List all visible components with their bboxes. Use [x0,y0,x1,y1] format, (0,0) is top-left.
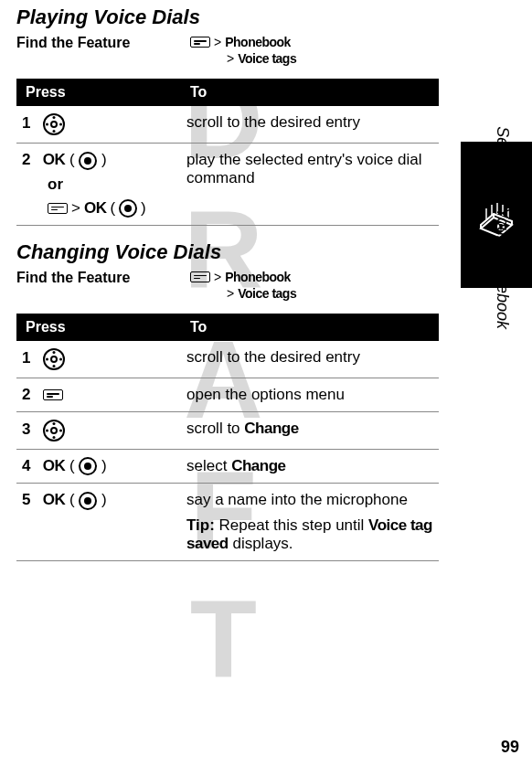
table-row: 4 OK ( ) select Change [16,449,439,484]
step-number: 3 [22,420,38,439]
paren-close: ) [101,151,107,168]
nav-ring-icon [43,420,65,442]
table-row: 2 open the options menu [16,378,439,411]
col-press: Press [16,79,181,106]
path-phonebook: Phonebook [225,270,291,284]
ok-label: OK [43,457,66,474]
paren-close: ) [141,199,146,218]
paren-open: ( [69,457,75,474]
step-number: 4 [22,457,38,475]
center-button-icon [79,492,97,510]
gt-sep: > [227,51,234,66]
step-number: 1 [22,114,38,133]
page-number: 99 [501,738,519,757]
section-title-changing: Changing Voice Dials [16,240,439,264]
menu-icon [48,203,68,214]
tip-label: Tip: [186,516,215,534]
gt-sep: > [71,199,80,218]
menu-icon [43,389,63,400]
ok-label: OK [43,151,66,168]
path-voice-tags: Voice tags [238,286,296,301]
step-number: 2 [22,151,38,169]
center-button-icon [119,199,137,218]
col-to: To [181,314,439,341]
step-description: scroll to the desired entry [181,341,439,378]
table-row: 2 OK ( ) or > OK ( ) play the select [16,144,439,226]
ok-label: OK [43,491,66,508]
gt-sep: > [214,35,221,49]
nav-ring-icon [43,348,65,370]
menu-icon [190,271,210,282]
step-description: say a name into the microphone Tip: Repe… [181,484,439,561]
gt-sep: > [227,286,234,301]
col-to: To [181,79,439,106]
center-button-icon [79,152,97,170]
step-description: scroll to the desired entry [181,106,439,144]
steps-table-changing: Press To 1 scroll to the desired entry 2… [16,314,439,562]
table-row: 1 scroll to the desired entry [16,106,439,144]
or-label: or [48,176,176,194]
paren-open: ( [110,199,115,218]
section-title-playing: Playing Voice Dials [16,5,439,29]
find-feature-label: Find the Feature [16,270,190,286]
path-voice-tags: Voice tags [238,51,296,66]
step-description: scroll to Change [181,411,439,449]
feature-path: > Phonebook > Voice tags [190,270,296,303]
col-press: Press [16,314,181,341]
paren-close: ) [101,491,107,508]
find-feature-changing: Find the Feature > Phonebook > Voice tag… [16,270,439,303]
table-row: 1 scroll to the desired entry [16,341,439,378]
step-number: 5 [22,491,38,509]
table-row: 3 scroll to Change [16,411,439,449]
gt-sep: > [214,270,221,284]
path-phonebook: Phonebook [225,35,291,49]
table-row: 5 OK ( ) say a name into the microphone … [16,484,439,561]
steps-table-playing: Press To 1 scroll to the desired entry 2… [16,79,439,226]
paren-open: ( [69,151,75,168]
side-running-title: Setting Up Your Phonebook [493,126,512,329]
feature-path: > Phonebook > Voice tags [190,35,296,68]
page-content: Playing Voice Dials Find the Feature > P… [0,0,439,561]
paren-close: ) [101,457,107,474]
step-description: select Change [181,449,439,484]
step-description: play the selected entry's voice dial com… [181,144,439,226]
ok-label: OK [84,199,107,218]
step-number: 1 [22,349,38,367]
find-feature-playing: Find the Feature > Phonebook > Voice tag… [16,35,439,68]
nav-ring-icon [43,113,65,135]
find-feature-label: Find the Feature [16,35,190,51]
menu-icon [190,37,210,48]
step-description: open the options menu [181,378,439,411]
paren-open: ( [69,491,75,508]
center-button-icon [79,457,97,475]
step-number: 2 [22,386,38,404]
